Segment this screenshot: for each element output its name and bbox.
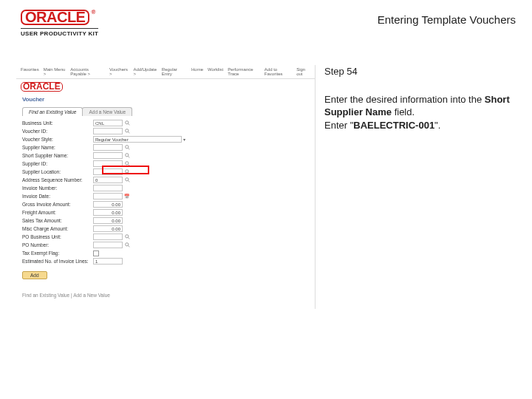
text-input[interactable]: Regular Voucher <box>93 136 182 143</box>
trademark-symbol: ® <box>91 9 95 16</box>
text-input[interactable] <box>93 128 123 134</box>
text-input[interactable] <box>93 233 123 240</box>
chevron-down-icon[interactable]: ▾ <box>183 137 185 142</box>
form-row: Supplier Location: <box>22 168 309 176</box>
search-icon[interactable] <box>124 145 130 151</box>
form-label: Voucher Style: <box>22 137 93 142</box>
logo-subheading: USER PRODUCTIVITY KIT <box>21 28 98 37</box>
instruction-line2-lead: Enter " <box>324 120 353 131</box>
svg-line-3 <box>128 132 129 134</box>
form-label: Misc Charge Amount: <box>22 226 93 231</box>
form-label: Invoice Number: <box>22 185 93 191</box>
form-row: Voucher Style:Regular Voucher▾ <box>22 135 309 143</box>
search-icon[interactable] <box>124 169 130 175</box>
svg-line-11 <box>128 173 129 174</box>
instruction-line2-tail: ". <box>434 120 440 131</box>
search-icon[interactable] <box>124 242 130 248</box>
nav-favorites[interactable]: Favorites <box>21 67 39 76</box>
text-input[interactable] <box>93 185 123 191</box>
text-input[interactable] <box>93 160 123 167</box>
svg-line-9 <box>128 165 129 166</box>
text-input[interactable]: 0.00 <box>93 209 123 216</box>
text-input[interactable] <box>93 193 123 200</box>
checkbox-input[interactable] <box>93 250 99 256</box>
nav-sign-out[interactable]: Sign out <box>296 67 310 76</box>
search-icon[interactable] <box>124 161 130 167</box>
nav-ap[interactable]: Accounts Payable > <box>70 67 105 76</box>
application-screenshot: Favorites Main Menu > Accounts Payable >… <box>16 65 316 309</box>
nav-worklist[interactable]: Worklist <box>208 67 223 76</box>
form-label: Supplier ID: <box>22 161 93 166</box>
form-row: Estimated No. of Invoice Lines:1 <box>22 257 309 265</box>
page-title: Entering Template Vouchers <box>378 13 516 26</box>
form-row: Address Sequence Number:0 <box>22 176 309 184</box>
text-input[interactable] <box>93 168 123 175</box>
svg-point-16 <box>125 243 128 246</box>
svg-point-12 <box>125 178 128 181</box>
nav-regular-entry[interactable]: Regular Entry <box>162 67 185 76</box>
footer-links[interactable]: Find an Existing Value | Add a New Value <box>22 293 309 298</box>
nav-add-fav[interactable]: Add to Favorites <box>265 67 292 76</box>
short-supplier-name-input[interactable] <box>93 152 123 159</box>
form-row: PO Business Unit: <box>22 233 309 241</box>
form-row: Gross Invoice Amount:0.00 <box>22 200 309 208</box>
step-label: Step 54 <box>324 65 516 78</box>
search-icon[interactable] <box>124 177 130 183</box>
svg-line-17 <box>128 246 129 248</box>
text-input[interactable]: 0.00 <box>93 217 123 224</box>
calendar-icon[interactable]: 📅 <box>124 194 129 199</box>
form-label: PO Business Unit: <box>22 234 93 239</box>
search-icon[interactable] <box>124 129 130 134</box>
nav-vouchers[interactable]: Vouchers > <box>109 67 129 76</box>
section-title: Voucher <box>22 96 309 103</box>
svg-line-5 <box>128 149 129 150</box>
form-label: Sales Tax Amount: <box>22 218 93 223</box>
form-row: Supplier Name: <box>22 143 309 151</box>
form-label: Supplier Name: <box>22 145 93 150</box>
form-label: Business Unit: <box>22 120 93 126</box>
form-label: Tax Exempt Flag: <box>22 250 93 256</box>
breadcrumb: Favorites Main Menu > Accounts Payable >… <box>16 65 315 79</box>
form-row: Freight Amount:0.00 <box>22 208 309 216</box>
form-label: Gross Invoice Amount: <box>22 202 93 207</box>
instruction-text: Enter the desired information into the S… <box>324 93 516 132</box>
instruction-panel: Step 54 Enter the desired information in… <box>324 65 516 399</box>
search-icon[interactable] <box>124 234 130 240</box>
text-input[interactable]: 0.00 <box>93 201 123 208</box>
form-label: Estimated No. of Invoice Lines: <box>22 259 93 264</box>
tab-add-new[interactable]: Add a New Value <box>82 107 132 116</box>
svg-point-14 <box>125 235 128 238</box>
form-label: Invoice Date: <box>22 194 93 199</box>
nav-addupdate[interactable]: Add/Update > <box>133 67 157 76</box>
form-label: Voucher ID: <box>22 129 93 134</box>
svg-line-15 <box>128 238 129 239</box>
nav-main-menu[interactable]: Main Menu > <box>44 67 66 76</box>
text-input[interactable] <box>93 144 123 151</box>
form-label: Address Sequence Number: <box>22 177 93 183</box>
add-button[interactable]: Add <box>22 271 47 279</box>
nav-perf-trace[interactable]: Performance Trace <box>228 67 260 76</box>
svg-line-7 <box>128 157 129 158</box>
tab-find-existing[interactable]: Find an Existing Value <box>22 107 83 116</box>
svg-line-1 <box>128 124 129 126</box>
app-brand: ORACLE <box>16 79 315 92</box>
tab-strip: Find an Existing Value Add a New Value <box>22 107 309 116</box>
text-input[interactable]: CNL <box>93 120 123 126</box>
search-icon[interactable] <box>124 120 130 126</box>
text-input[interactable]: 0 <box>93 177 123 183</box>
svg-point-10 <box>125 170 128 173</box>
form-row: Sales Tax Amount:0.00 <box>22 216 309 225</box>
svg-point-6 <box>125 154 128 157</box>
text-input[interactable]: 0.00 <box>93 225 123 232</box>
svg-point-8 <box>125 162 128 165</box>
oracle-logo: ORACLE® <box>21 9 98 26</box>
instruction-value: BAELECTRIC-001 <box>353 120 434 131</box>
form-row: Supplier ID: <box>22 160 309 168</box>
svg-point-0 <box>125 121 128 124</box>
svg-point-2 <box>125 129 128 132</box>
text-input[interactable]: 1 <box>93 258 123 265</box>
search-icon[interactable] <box>124 153 130 159</box>
form-label: Freight Amount: <box>22 210 93 215</box>
nav-home[interactable]: Home <box>191 67 203 76</box>
text-input[interactable] <box>93 242 123 248</box>
